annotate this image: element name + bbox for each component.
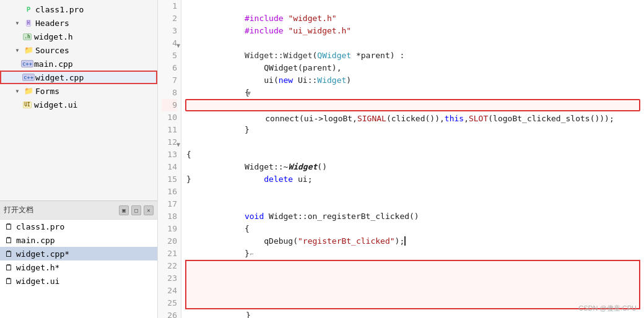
widget-ui-icon: UI [22, 100, 32, 110]
code-line-4: Widget::Widget(QWidget *parent) : ▼ [186, 37, 639, 49]
file-icon: 🗒 [5, 263, 13, 272]
code-editor[interactable]: 1 2 3 4 5 6 7 8 9 10 11 12 13 14 15 16 1 [158, 0, 644, 318]
ln-25: 25 [162, 297, 177, 309]
ln-22: 22 [162, 260, 177, 272]
tree-item-widget-cpp[interactable]: c++ widget.cpp [0, 71, 157, 84]
code-line-11 [186, 124, 639, 136]
tree-item-widget-ui[interactable]: UI widget.ui [0, 98, 157, 111]
tree-label-class1pro: class1.pro [35, 5, 84, 14]
ln-24: 24 [162, 285, 177, 297]
tree-item-sources[interactable]: ▼ 📁 Sources [0, 43, 157, 57]
code-line-24: qDebug("logoBt_clicked"); [185, 285, 640, 297]
code-line-16 [186, 186, 639, 198]
tree-item-main-cpp[interactable]: c++ main.cpp [0, 57, 157, 71]
watermark: CSDN @傻童:CPU [578, 304, 637, 313]
code-line-23: { [185, 272, 640, 285]
ln-14: 14 [162, 161, 177, 173]
ln-12: 12 [162, 136, 177, 148]
tree-item-headers[interactable]: ▼ H Headers [0, 16, 157, 30]
code-line-15: } [186, 173, 639, 186]
pro-icon: P [24, 4, 33, 14]
tree-item-class1pro[interactable]: P class1.pro [0, 2, 157, 16]
ln-9: 9 [162, 99, 177, 111]
open-doc-label-widget-ui: widget.ui [16, 277, 59, 286]
code-area[interactable]: 1 2 3 4 5 6 7 8 9 10 11 12 13 14 15 16 1 [158, 0, 644, 318]
open-doc-label-main-cpp: main.cpp [16, 236, 55, 245]
open-doc-widget-ui[interactable]: 🗒 widget.ui [0, 274, 157, 288]
code-line-8: ui->setupUi(this); [186, 87, 639, 99]
open-docs-list[interactable]: 🗒 class1.pro 🗒 main.cpp 🗒 widget.cpp* 🗒 … [0, 219, 157, 318]
code-line-25: } [185, 297, 640, 309]
tree-item-widget-h[interactable]: .h widget.h [0, 30, 157, 43]
open-docs-panel: 打开文档 ▣ □ ✕ [0, 200, 157, 219]
ln-7: 7 [162, 74, 177, 87]
tree-label-sources: Sources [35, 46, 69, 55]
tree-label-forms: Forms [35, 87, 59, 96]
open-doc-main-cpp[interactable]: 🗒 main.cpp [0, 233, 157, 247]
ln-5: 5 [162, 49, 177, 62]
ln-15: 15 [162, 173, 177, 186]
panel-btn-3[interactable]: ✕ [144, 205, 154, 215]
ln-1: 1 [162, 0, 177, 12]
ln-6: 6 [162, 62, 177, 74]
tree-label-widget-h: widget.h [34, 32, 73, 41]
widget-cpp-icon: c++ [24, 72, 33, 82]
widget-h-icon: .h [22, 32, 32, 41]
code-line-14: delete ui; [186, 161, 639, 173]
expand-icon-forms: ▼ [12, 86, 22, 96]
panel-controls: ▣ □ ✕ [119, 205, 154, 215]
open-doc-widget-h[interactable]: 🗒 widget.h* [0, 260, 157, 274]
code-line-13: { [186, 148, 639, 161]
code-line-17: void Widget::on_registerBt_clicked() [186, 198, 639, 210]
main-container: P class1.pro ▼ H Headers .h widget.h ▼ 📁 [0, 0, 644, 318]
ln-2: 2 [162, 12, 177, 25]
tree-label-main-cpp: main.cpp [34, 59, 73, 69]
ln-23: 23 [162, 272, 177, 285]
ln-8: 8 [162, 87, 177, 99]
code-line-9: connect(ui->logoBt,SIGNAL(clicked()),thi… [185, 99, 640, 111]
ln-18: 18 [162, 210, 177, 223]
main-cpp-icon: c++ [22, 59, 32, 69]
tree-label-headers: Headers [35, 19, 69, 28]
sources-folder-icon: 📁 [24, 45, 33, 55]
ln-17: 17 [162, 198, 177, 210]
open-doc-widget-cpp[interactable]: 🗒 widget.cpp* [0, 247, 157, 260]
code-line-18: { [186, 210, 639, 223]
ln-19: 19 [162, 223, 177, 235]
panel-btn-2[interactable]: □ [131, 205, 141, 215]
expand-icon-headers: ▼ [12, 18, 22, 28]
ln-3: 3 [162, 25, 177, 37]
expand-icon-sources: ▼ [12, 45, 22, 55]
file-icon: 🗒 [5, 249, 13, 259]
panel-btn-1[interactable]: ▣ [119, 205, 129, 215]
ln-11: 11 [162, 124, 177, 136]
code-line-1: #include "widget.h" [186, 0, 639, 12]
code-editor-wrapper: 1 2 3 4 5 6 7 8 9 10 11 12 13 14 15 16 1 [158, 0, 644, 318]
code-line-7: { [186, 74, 639, 87]
open-doc-label-widget-h: widget.h* [16, 263, 59, 272]
code-line-5: QWidget(parent), [186, 49, 639, 62]
code-line-10: } [186, 111, 639, 124]
ln-13: 13 [162, 148, 177, 161]
open-doc-label-widget-cpp: widget.cpp* [16, 249, 69, 259]
open-doc-class1pro[interactable]: 🗒 class1.pro [0, 220, 157, 233]
ln-21: 21 [162, 247, 177, 260]
code-line-12: ▼ Widget::~Widget() [186, 136, 639, 148]
code-line-6: ui(new Ui::Widget) ▼ [186, 62, 639, 74]
ln-20: 20 [162, 235, 177, 247]
tree-label-widget-ui: widget.ui [34, 100, 77, 110]
forms-folder-icon: 📁 [24, 86, 33, 96]
ln-10: 10 [162, 111, 177, 124]
code-content[interactable]: #include "widget.h" #include "ui_widget.… [181, 0, 644, 318]
code-line-20: }⌐ [186, 235, 639, 247]
file-icon: 🗒 [5, 236, 13, 245]
tree-item-forms[interactable]: ▼ 📁 Forms [0, 84, 157, 98]
code-line-19: qDebug("registerBt_clicked"); [186, 223, 639, 235]
file-icon: 🗒 [5, 222, 13, 231]
code-line-2: #include "ui_widget.h" [186, 12, 639, 25]
ln-26: 26 [162, 309, 177, 318]
tree-label-widget-cpp: widget.cpp [35, 73, 84, 82]
code-line-22: ▼void Widget::logoBt_clicked_slots() [185, 260, 640, 272]
project-tree[interactable]: P class1.pro ▼ H Headers .h widget.h ▼ 📁 [0, 0, 157, 200]
open-docs-title: 打开文档 [4, 205, 33, 215]
